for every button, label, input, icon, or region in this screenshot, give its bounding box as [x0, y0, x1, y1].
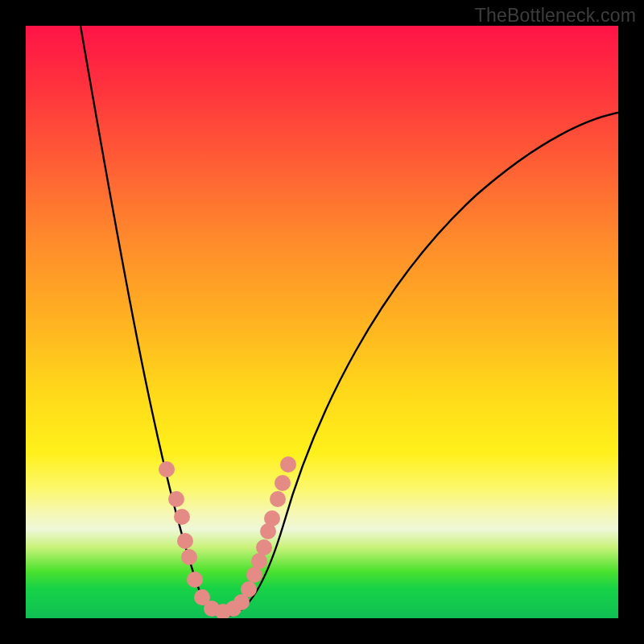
highlight-dot — [270, 491, 286, 507]
highlight-dot — [241, 581, 257, 597]
chart-plot-area — [26, 26, 618, 618]
highlight-dot — [159, 461, 175, 477]
highlight-dot — [187, 572, 203, 588]
highlight-dot — [181, 549, 197, 565]
chart-svg — [26, 26, 618, 618]
highlight-dot — [275, 475, 291, 491]
highlight-dot — [264, 510, 280, 526]
highlight-dot — [168, 491, 184, 507]
highlight-dot — [177, 533, 193, 549]
highlight-dot-group — [159, 456, 296, 618]
highlight-dot — [256, 539, 272, 555]
watermark-text: TheBottleneck.com — [475, 5, 636, 27]
highlight-dot — [246, 567, 262, 583]
highlight-dot — [251, 553, 267, 569]
highlight-dot — [280, 456, 296, 473]
highlight-dot — [174, 509, 190, 525]
bottleneck-curve — [80, 26, 618, 615]
chart-frame: TheBottleneck.com — [0, 0, 644, 644]
